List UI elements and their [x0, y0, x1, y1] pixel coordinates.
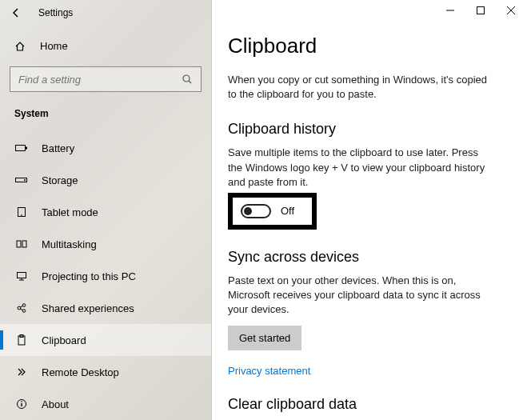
clipboard-history-desc: Save multiple items to the clipboard to …: [228, 146, 492, 190]
tablet-icon: [14, 206, 29, 218]
clear-heading: Clear clipboard data: [228, 396, 507, 413]
search-input[interactable]: [18, 74, 162, 86]
maximize-button[interactable]: [475, 5, 486, 16]
nav-item-remote-desktop[interactable]: Remote Desktop: [0, 356, 211, 388]
nav-item-label: Clipboard: [42, 334, 86, 346]
storage-icon: [14, 176, 29, 184]
section-label: System: [0, 98, 211, 124]
nav-home[interactable]: Home: [0, 32, 211, 60]
nav-item-label: Storage: [42, 174, 78, 186]
nav-item-shared-experiences[interactable]: Shared experiences: [0, 292, 211, 324]
nav-item-clipboard[interactable]: Clipboard: [0, 324, 211, 356]
titlebar: Settings: [0, 0, 211, 26]
nav-item-label: Battery: [42, 142, 74, 154]
svg-line-14: [21, 306, 23, 307]
svg-point-13: [22, 310, 26, 313]
back-button[interactable]: [8, 5, 24, 21]
nav-item-label: Tablet mode: [42, 206, 98, 218]
app-title: Settings: [38, 7, 73, 18]
nav-item-storage[interactable]: Storage: [0, 164, 211, 196]
sync-desc: Paste text on your other devices. When t…: [228, 274, 492, 318]
search-icon: [182, 74, 193, 85]
svg-line-1: [189, 81, 191, 83]
svg-point-0: [183, 75, 190, 82]
toggle-switch[interactable]: [241, 204, 271, 218]
search-box[interactable]: [10, 66, 202, 92]
remote-desktop-icon: [14, 366, 29, 378]
nav-item-label: Projecting to this PC: [42, 270, 136, 282]
nav-home-label: Home: [40, 40, 68, 52]
clipboard-history-toggle[interactable]: Off: [241, 204, 294, 218]
clipboard-icon: [14, 334, 29, 346]
content-pane: Clipboard When you copy or cut something…: [212, 0, 523, 420]
svg-rect-9: [22, 241, 26, 247]
sync-heading: Sync across devices: [228, 249, 507, 266]
minimize-button[interactable]: [445, 5, 456, 16]
svg-rect-3: [26, 147, 27, 150]
clipboard-history-heading: Clipboard history: [228, 121, 507, 138]
nav-item-battery[interactable]: Battery: [0, 132, 211, 164]
svg-point-20: [21, 401, 22, 402]
svg-line-15: [21, 309, 23, 310]
nav-item-label: Multitasking: [42, 238, 97, 250]
get-started-button[interactable]: Get started: [228, 326, 301, 350]
svg-point-5: [24, 179, 26, 181]
page-title: Clipboard: [228, 34, 507, 58]
page-intro: When you copy or cut something in Window…: [228, 73, 492, 102]
battery-icon: [14, 144, 29, 152]
nav-list: Battery Storage Tablet mode Multitasking…: [0, 132, 211, 420]
close-button[interactable]: [505, 5, 517, 16]
nav-item-label: Remote Desktop: [42, 366, 119, 378]
toggle-state-label: Off: [281, 205, 294, 217]
nav-item-multitasking[interactable]: Multitasking: [0, 228, 211, 260]
projecting-icon: [14, 270, 29, 282]
window-controls: [445, 5, 517, 16]
share-icon: [14, 302, 29, 314]
nav-item-about[interactable]: About: [0, 388, 211, 420]
info-icon: [14, 398, 29, 410]
privacy-link[interactable]: Privacy statement: [228, 365, 310, 377]
settings-sidebar: Settings Home System Battery Storage Tab…: [0, 0, 212, 420]
svg-rect-8: [17, 241, 21, 247]
svg-point-12: [22, 304, 26, 307]
home-icon: [14, 41, 27, 52]
highlight-annotation: Off: [228, 193, 317, 230]
nav-item-label: Shared experiences: [42, 302, 134, 314]
svg-rect-22: [477, 7, 485, 14]
svg-rect-2: [16, 146, 26, 151]
nav-item-label: About: [42, 398, 69, 410]
svg-rect-10: [18, 273, 26, 278]
multitasking-icon: [14, 238, 29, 250]
nav-item-projecting[interactable]: Projecting to this PC: [0, 260, 211, 292]
nav-item-tablet-mode[interactable]: Tablet mode: [0, 196, 211, 228]
